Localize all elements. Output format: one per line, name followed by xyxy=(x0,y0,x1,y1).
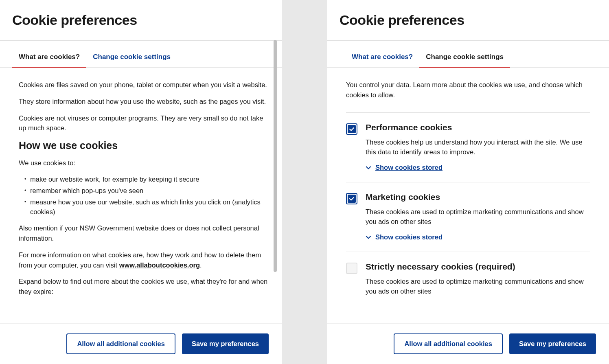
chevron-down-icon xyxy=(366,165,371,171)
tab-change-settings[interactable]: Change cookie settings xyxy=(86,53,177,68)
chevron-down-icon xyxy=(366,235,371,240)
checkbox-marketing[interactable] xyxy=(346,193,357,204)
paragraph: They store information about how you use… xyxy=(19,96,269,107)
cookie-title: Strictly necessary cookies (required) xyxy=(366,262,590,272)
cookie-desc: These cookies are used to optimize marke… xyxy=(366,207,590,227)
cookie-title: Performance cookies xyxy=(366,123,590,132)
checkbox-necessary xyxy=(346,263,357,274)
checkmark-icon xyxy=(349,196,355,202)
panel-footer: Allow all additional cookies Save my pre… xyxy=(327,323,609,364)
cookie-section-marketing: Marketing cookies These cookies are used… xyxy=(346,182,590,252)
tab-what-are-cookies[interactable]: What are cookies? xyxy=(12,53,86,68)
panel-body: You control your data. Learn more about … xyxy=(327,68,609,323)
paragraph: Expand below to find out more about the … xyxy=(19,276,269,297)
bullet-list: make our website work, for example by ke… xyxy=(19,175,269,217)
external-link[interactable]: www.allaboutcookies.org xyxy=(119,261,200,269)
checkmark-icon xyxy=(349,126,355,132)
panel-body[interactable]: Cookies are files saved on your phone, t… xyxy=(0,68,282,323)
cookie-panel-right: Cookie preferences What are cookies? Cha… xyxy=(327,0,609,364)
save-preferences-button[interactable]: Save my preferences xyxy=(182,333,269,354)
section-heading: How we use cookies xyxy=(19,140,269,151)
scrollbar-thumb[interactable] xyxy=(274,40,277,272)
cookie-desc: These cookies are used to optimize marke… xyxy=(366,276,590,297)
tabs: What are cookies? Change cookie settings xyxy=(0,53,282,68)
tab-what-are-cookies[interactable]: What are cookies? xyxy=(345,53,419,68)
panel-header: Cookie preferences xyxy=(0,0,282,41)
cookie-content: Marketing cookies These cookies are used… xyxy=(366,192,590,242)
scrollbar[interactable] xyxy=(274,40,277,284)
list-item: remember which pop-ups you've seen xyxy=(24,186,269,196)
cookie-content: Performance cookies These cookies help u… xyxy=(366,123,590,172)
list-item: measure how you use our website, such as… xyxy=(24,197,269,217)
save-preferences-button[interactable]: Save my preferences xyxy=(509,333,596,354)
tab-change-settings[interactable]: Change cookie settings xyxy=(419,53,510,68)
paragraph: Cookies are files saved on your phone, t… xyxy=(19,80,269,90)
panel-divider xyxy=(282,0,291,364)
panel-header: Cookie preferences xyxy=(327,0,609,41)
allow-all-button[interactable]: Allow all additional cookies xyxy=(394,333,502,354)
panel-title: Cookie preferences xyxy=(340,12,597,28)
list-item: make our website work, for example by ke… xyxy=(24,175,269,184)
cookie-section-performance: Performance cookies These cookies help u… xyxy=(346,112,590,182)
allow-all-button[interactable]: Allow all additional cookies xyxy=(66,333,175,354)
intro-text: You control your data. Learn more about … xyxy=(346,80,590,100)
paragraph: Also mention if your NSW Government webs… xyxy=(19,223,269,243)
show-cookies-text: Show cookies stored xyxy=(375,164,443,171)
show-cookies-text: Show cookies stored xyxy=(375,233,443,241)
tabs: What are cookies? Change cookie settings xyxy=(327,53,609,68)
panel-footer: Allow all additional cookies Save my pre… xyxy=(0,323,282,364)
cookie-desc: These cookies help us understand how you… xyxy=(366,137,590,158)
checkbox-wrap xyxy=(346,192,357,242)
checkbox-performance[interactable] xyxy=(346,123,357,135)
paragraph: We use cookies to: xyxy=(19,158,269,168)
cookie-section-necessary: Strictly necessary cookies (required) Th… xyxy=(346,252,590,313)
show-cookies-link[interactable]: Show cookies stored xyxy=(366,164,443,171)
cookie-title: Marketing cookies xyxy=(366,192,590,202)
cookie-panel-left: Cookie preferences What are cookies? Cha… xyxy=(0,0,282,364)
paragraph: Cookies are not viruses or computer prog… xyxy=(19,113,269,134)
cookie-content: Strictly necessary cookies (required) Th… xyxy=(366,262,590,303)
show-cookies-link[interactable]: Show cookies stored xyxy=(366,233,443,241)
checkbox-wrap xyxy=(346,262,357,303)
panel-title: Cookie preferences xyxy=(12,12,269,28)
paragraph: For more information on what cookies are… xyxy=(19,250,269,270)
text-span: . xyxy=(200,261,202,269)
checkbox-wrap xyxy=(346,123,357,172)
